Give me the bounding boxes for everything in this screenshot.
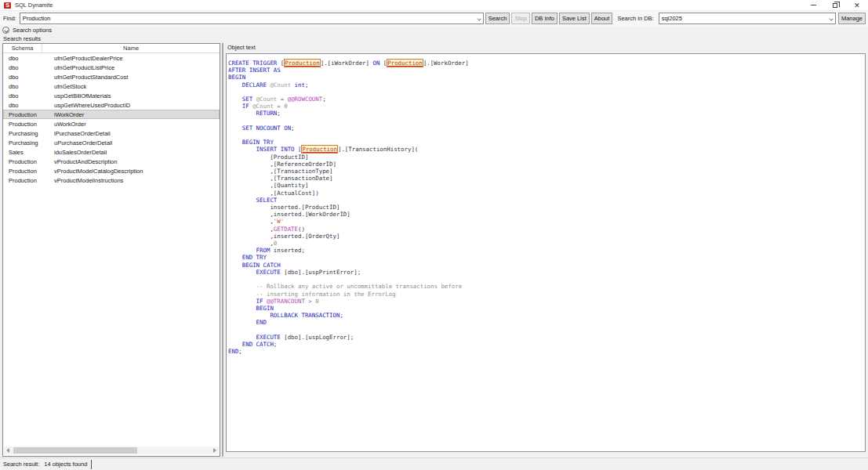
code-token (228, 247, 256, 254)
table-row[interactable]: ProductionuWorkOrder (3, 119, 220, 128)
code-token (228, 319, 256, 326)
scroll-left-icon[interactable] (4, 446, 12, 454)
code-token: END CATCH (242, 341, 274, 348)
table-row[interactable]: dboufnGetProductListPrice (3, 63, 220, 72)
code-token: -- Rollback any active or uncommittable … (228, 283, 462, 290)
table-row[interactable]: dbouspGetBillOfMaterials (3, 91, 220, 100)
cell-schema: Production (3, 121, 52, 128)
code-line: ,inserted.[OrderQty] (228, 233, 865, 240)
code-line: ,inserted.[WorkOrderID] (228, 211, 865, 218)
code-token (228, 262, 242, 269)
code-token: inserted.[ProductID] (228, 204, 340, 211)
title-bar: S SQL Dynamite ✕ (0, 0, 868, 11)
find-combobox[interactable]: Production (20, 13, 484, 24)
code-line: BEGIN (228, 74, 865, 81)
column-header-name[interactable]: Name (42, 44, 220, 52)
about-button[interactable]: About (591, 13, 613, 24)
code-line: ,'W' (228, 218, 865, 225)
code-line: END (228, 319, 865, 326)
code-line: IF @Count = 0 (228, 103, 865, 110)
search-options-label: Search options (13, 27, 52, 34)
table-row[interactable]: dbouspGetWhereUsedProductID (3, 100, 220, 110)
code-token: @Count (270, 81, 291, 89)
db-info-button[interactable]: DB Info (532, 13, 557, 24)
results-rows: dboufnGetProductDealerPricedboufnGetProd… (3, 53, 220, 185)
column-header-schema[interactable]: Schema (3, 44, 42, 52)
table-row[interactable]: dboufnGetStock (3, 81, 220, 91)
code-token: IF (242, 103, 252, 110)
code-token: 0 (315, 298, 318, 305)
cell-name: uspGetBillOfMaterials (52, 92, 111, 99)
manage-button[interactable]: Manage (838, 13, 866, 24)
scrollbar-thumb[interactable] (13, 447, 137, 454)
save-list-button[interactable]: Save List (559, 13, 590, 24)
cell-schema: Production (3, 168, 52, 175)
code-line: EXECUTE [dbo].[uspLogError]; (228, 334, 865, 341)
scrollbar-track[interactable] (12, 446, 211, 454)
search-options-expander[interactable]: Search options (0, 26, 52, 34)
table-row[interactable]: PurchasingiPurchaseOrderDetail (3, 128, 220, 138)
code-token (228, 312, 270, 319)
code-line: DECLARE @Count int; (228, 81, 865, 89)
search-button[interactable]: Search (485, 13, 510, 24)
code-token (228, 298, 256, 305)
code-token: , (228, 226, 274, 233)
table-row[interactable]: ProductionvProductModelInstructions (3, 175, 220, 185)
code-line: ,[Quantity] (228, 182, 865, 189)
code-token: ; (322, 96, 325, 103)
code-line (228, 276, 865, 283)
table-row[interactable]: PurchasinguPurchaseOrderDetail (3, 138, 220, 147)
object-text-label: Object text (227, 44, 256, 51)
table-row[interactable]: ProductioniWorkOrder (3, 110, 220, 119)
table-row[interactable]: ProductionvProductModelCatalogDescriptio… (3, 166, 220, 175)
scroll-right-icon[interactable] (211, 446, 219, 454)
table-row[interactable]: dboufnGetProductStandardCost (3, 72, 220, 81)
code-token: GETDATE (274, 226, 298, 233)
code-line: RETURN; (228, 110, 865, 117)
cell-name: vProductModelInstructions (52, 177, 123, 184)
chevron-down-icon (477, 16, 481, 20)
pane-splitter[interactable] (222, 43, 223, 457)
status-value: 14 objects found (44, 461, 87, 468)
code-line: ROLLBACK TRANSACTION; (228, 312, 865, 319)
cell-name: vProductAndDescription (52, 158, 117, 165)
minimize-button[interactable] (802, 0, 824, 11)
code-token: ].[TransactionHistory]( (338, 146, 418, 153)
table-row[interactable]: ProductionvProductAndDescription (3, 157, 220, 166)
search-in-db-label: Search in DB: (617, 15, 653, 22)
object-text-pane[interactable]: CREATE TRIGGER [Production].[iWorkOrder]… (226, 53, 866, 452)
horizontal-scrollbar[interactable] (4, 446, 219, 454)
search-in-db-combobox[interactable]: sql2025 (659, 13, 836, 24)
table-row[interactable]: dboufnGetProductDealerPrice (3, 53, 220, 63)
code-line: ,GETDATE() (228, 226, 865, 233)
search-results-label: Search results (3, 35, 41, 42)
cell-schema: dbo (3, 74, 52, 81)
code-token: > (305, 298, 315, 305)
restore-button[interactable] (824, 0, 846, 11)
cell-name: uspGetWhereUsedProductID (52, 102, 130, 109)
find-value: Production (20, 15, 51, 22)
code-line: END CATCH; (228, 341, 865, 348)
code-line: BEGIN CATCH (228, 262, 865, 269)
code-token: END (228, 348, 238, 355)
code-line: END; (228, 348, 865, 355)
status-divider (91, 460, 92, 469)
cell-schema: dbo (3, 83, 52, 90)
cell-schema: Purchasing (3, 130, 52, 137)
table-row[interactable]: SalesiduSalesOrderDetail (3, 147, 220, 157)
code-token: BEGIN (256, 305, 274, 312)
cell-schema: Production (3, 111, 52, 118)
code-line (228, 132, 865, 139)
search-match-highlight: Production (284, 59, 321, 67)
close-button[interactable]: ✕ (846, 0, 868, 11)
chevron-down-icon (829, 16, 833, 20)
code-token: [dbo].[uspLogError]; (284, 334, 354, 341)
code-line: FROM inserted; (228, 247, 865, 254)
code-token: EXECUTE (256, 334, 285, 341)
code-token: ,[TransactionType] (228, 168, 333, 175)
code-token (228, 269, 256, 276)
code-token: SELECT (256, 197, 278, 204)
restore-icon (833, 3, 837, 8)
code-line: ,[ReferenceOrderID] (228, 161, 865, 168)
cell-name: iWorkOrder (52, 111, 84, 118)
